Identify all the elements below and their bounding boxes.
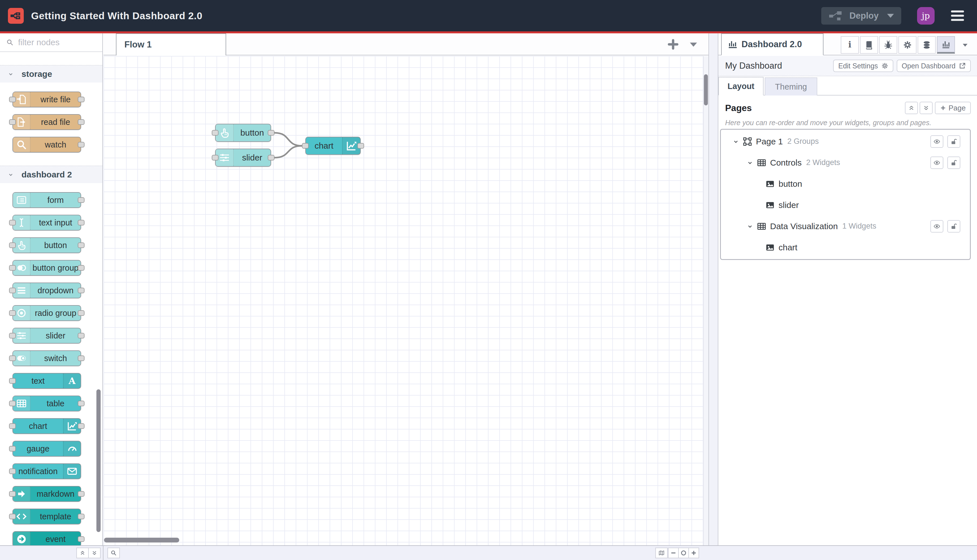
lock-toggle-button[interactable] xyxy=(947,157,960,169)
sidebar-tool-info-icon[interactable]: i xyxy=(841,36,859,54)
output-port[interactable] xyxy=(78,265,85,271)
input-port[interactable] xyxy=(9,310,16,316)
flow-node-chart[interactable]: chart xyxy=(305,137,361,155)
input-port[interactable] xyxy=(9,401,16,406)
output-port[interactable] xyxy=(78,310,85,316)
input-port[interactable] xyxy=(9,333,16,338)
flow-list-caret-icon[interactable] xyxy=(686,37,700,52)
output-port[interactable] xyxy=(78,142,85,147)
tab-layout[interactable]: Layout xyxy=(718,77,763,95)
minimap-button[interactable] xyxy=(655,548,668,558)
lock-toggle-button[interactable] xyxy=(947,220,960,233)
zoom-in-button[interactable] xyxy=(688,548,699,558)
sidebar-resizer[interactable] xyxy=(708,33,718,560)
collapse-all-button[interactable] xyxy=(905,102,918,114)
output-port[interactable] xyxy=(78,119,85,125)
input-port[interactable] xyxy=(302,143,309,148)
palette-scrollbar[interactable] xyxy=(97,389,101,532)
output-port[interactable] xyxy=(78,97,85,102)
deploy-caret-icon[interactable] xyxy=(887,14,894,18)
input-port[interactable] xyxy=(9,119,16,125)
sidebar-tool-book-icon[interactable] xyxy=(860,36,878,54)
input-port[interactable] xyxy=(9,97,16,102)
lock-toggle-button[interactable] xyxy=(947,135,960,148)
palette-node-chart[interactable]: chart xyxy=(12,418,81,434)
tree-row-chart[interactable]: chart xyxy=(721,237,970,258)
chevron-down-icon[interactable] xyxy=(747,223,754,230)
avatar[interactable]: jp xyxy=(917,7,935,25)
input-port[interactable] xyxy=(9,242,16,248)
output-port[interactable] xyxy=(357,143,364,148)
palette-category-storage[interactable]: storage xyxy=(0,65,102,83)
canvas-vertical-scrollbar-thumb[interactable] xyxy=(704,74,708,105)
output-port[interactable] xyxy=(78,423,85,429)
tree-row-button[interactable]: button xyxy=(721,173,970,194)
palette-search[interactable]: filter nodes xyxy=(0,33,102,52)
input-port[interactable] xyxy=(9,491,16,497)
palette-node-dropdown[interactable]: dropdown xyxy=(12,283,81,298)
output-port[interactable] xyxy=(78,491,85,497)
palette-node-watch[interactable]: watch xyxy=(12,137,81,153)
canvas-horizontal-scrollbar[interactable] xyxy=(104,538,179,542)
deploy-button[interactable]: Deploy xyxy=(821,7,901,25)
tree-row-Data-Visualization[interactable]: Data Visualization1 Widgets xyxy=(721,216,970,237)
input-port[interactable] xyxy=(9,220,16,225)
open-dashboard-button[interactable]: Open Dashboard xyxy=(897,60,971,72)
output-port[interactable] xyxy=(78,197,85,203)
visibility-toggle-button[interactable] xyxy=(930,135,944,148)
flow-node-button[interactable]: button xyxy=(215,124,271,142)
sidebar-tabs-caret-icon[interactable] xyxy=(959,40,971,51)
palette-node-gauge[interactable]: gauge xyxy=(12,441,81,457)
output-port[interactable] xyxy=(268,155,274,160)
input-port[interactable] xyxy=(9,514,16,519)
palette-node-write-file[interactable]: write file xyxy=(12,92,81,107)
canvas-vertical-scrollbar-track[interactable] xyxy=(703,56,708,545)
palette-node-button[interactable]: button xyxy=(12,237,81,253)
flow-tab[interactable]: Flow 1 xyxy=(116,33,226,55)
tab-theming[interactable]: Theming xyxy=(765,77,817,95)
visibility-toggle-button[interactable] xyxy=(930,157,944,169)
output-port[interactable] xyxy=(268,130,274,136)
input-port[interactable] xyxy=(9,446,16,452)
flow-canvas[interactable]: buttonsliderchart xyxy=(104,56,708,545)
zoom-reset-button[interactable] xyxy=(678,548,689,558)
input-port[interactable] xyxy=(212,155,219,160)
input-port[interactable] xyxy=(9,265,16,271)
add-page-button[interactable]: Page xyxy=(935,102,971,114)
palette-node-template[interactable]: template xyxy=(12,508,81,524)
output-port[interactable] xyxy=(78,220,85,225)
input-port[interactable] xyxy=(9,288,16,293)
edit-settings-button[interactable]: Edit Settings xyxy=(833,60,893,72)
palette-node-radio-group[interactable]: radio group xyxy=(12,305,81,321)
palette-collapse-categories-button[interactable] xyxy=(76,548,89,558)
output-port[interactable] xyxy=(78,514,85,519)
palette-node-slider[interactable]: slider xyxy=(12,328,81,343)
input-port[interactable] xyxy=(9,468,16,474)
add-flow-button[interactable] xyxy=(666,37,680,52)
palette-node-table[interactable]: table xyxy=(12,395,81,412)
output-port[interactable] xyxy=(78,288,85,293)
palette-expand-categories-button[interactable] xyxy=(88,548,101,558)
zoom-out-button[interactable] xyxy=(668,548,679,558)
tree-row-Controls[interactable]: Controls2 Widgets xyxy=(721,152,970,173)
wire[interactable] xyxy=(274,133,302,146)
palette-node-event[interactable]: event xyxy=(12,531,81,545)
visibility-toggle-button[interactable] xyxy=(930,220,944,233)
palette-node-text-input[interactable]: text input xyxy=(12,215,81,230)
wire[interactable] xyxy=(274,146,302,158)
tree-row-Page-1[interactable]: Page 12 Groups xyxy=(721,131,970,152)
palette-node-notification[interactable]: notification xyxy=(12,463,81,479)
palette-node-form[interactable]: form xyxy=(12,192,81,208)
output-port[interactable] xyxy=(78,355,85,361)
palette-category-dashboard-2[interactable]: dashboard 2 xyxy=(0,165,102,183)
palette-node-switch[interactable]: switch xyxy=(12,350,81,366)
sidebar-tool-bar-chart-icon[interactable] xyxy=(937,36,955,54)
menu-hamburger-icon[interactable] xyxy=(951,10,964,21)
input-port[interactable] xyxy=(9,355,16,361)
canvas-search-button[interactable] xyxy=(107,548,120,558)
flow-node-slider[interactable]: slider xyxy=(215,148,271,167)
sidebar-tab-dashboard[interactable]: Dashboard 2.0 xyxy=(721,33,823,55)
input-port[interactable] xyxy=(212,130,219,136)
sidebar-tool-bug-icon[interactable] xyxy=(879,36,897,54)
tree-row-slider[interactable]: slider xyxy=(721,194,970,216)
